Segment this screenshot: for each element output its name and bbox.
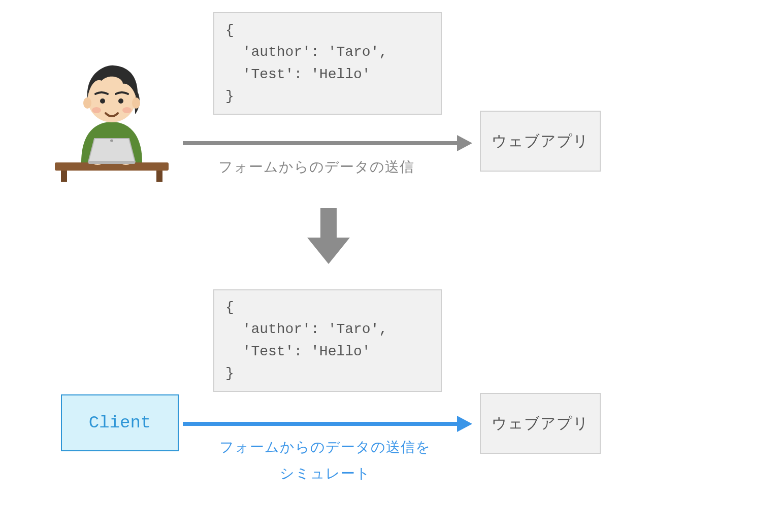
transform-down-arrow-icon	[307, 208, 350, 264]
svg-point-8	[83, 97, 91, 109]
bottom-arrow-caption-line2: シミュレート	[213, 464, 437, 483]
top-payload-code: { 'author': 'Taro', 'Test': 'Hello' }	[213, 12, 442, 115]
bottom-webapp-label: ウェブアプリ	[492, 413, 589, 434]
svg-rect-2	[156, 171, 162, 182]
svg-point-6	[110, 140, 113, 142]
bottom-request-arrow	[183, 414, 472, 434]
svg-point-11	[118, 98, 123, 104]
top-arrow-caption: フォームからのデータの送信	[218, 157, 414, 177]
client-label: Client	[89, 413, 151, 433]
bottom-arrow-caption-line1: フォームからのデータの送信を	[213, 438, 437, 457]
svg-rect-16	[320, 208, 337, 240]
svg-marker-17	[307, 238, 350, 264]
svg-rect-5	[88, 161, 135, 164]
diagram-stage: { 'author': 'Taro', 'Test': 'Hello' } ウェ…	[0, 0, 782, 532]
client-box: Client	[61, 394, 179, 451]
svg-rect-1	[61, 171, 67, 182]
top-webapp-label: ウェブアプリ	[492, 131, 589, 152]
top-webapp-box: ウェブアプリ	[480, 111, 601, 172]
svg-point-13	[122, 107, 132, 113]
svg-point-12	[92, 107, 101, 113]
bottom-payload-code: { 'author': 'Taro', 'Test': 'Hello' }	[213, 289, 442, 392]
top-request-arrow	[183, 133, 472, 153]
svg-point-9	[132, 97, 140, 109]
svg-marker-15	[457, 135, 472, 151]
user-at-laptop-illustration	[46, 53, 178, 187]
svg-marker-19	[457, 416, 472, 432]
bottom-webapp-box: ウェブアプリ	[480, 393, 601, 454]
bottom-arrow-caption: フォームからのデータの送信を シミュレート	[213, 438, 437, 483]
svg-point-10	[100, 98, 105, 104]
